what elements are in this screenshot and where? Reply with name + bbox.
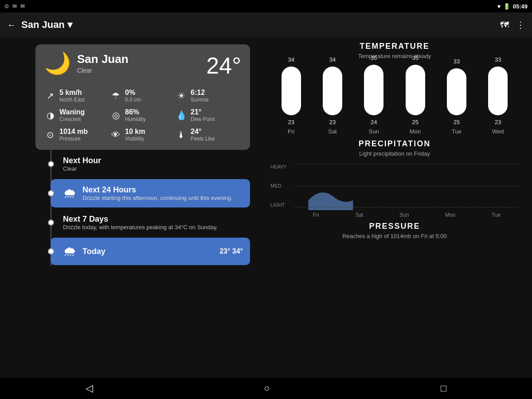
pressure-section: PRESSURE Reaches a high of 1014mb on Fri… (270, 222, 519, 239)
city-title[interactable]: San Juan ▾ (21, 19, 72, 31)
stat-feelslike: 🌡 24° Feels Like (176, 128, 241, 142)
moon-icon: 🌙 (44, 53, 71, 74)
wind-icon: ↗ (44, 90, 56, 101)
dew-icon: 💧 (176, 110, 187, 121)
top-bar: ← San Juan ▾ 🗺 ⋮ (0, 12, 532, 37)
today-cloud-icon: 🌧 (63, 244, 76, 259)
temp-section-title: TEMPERATURE (270, 42, 519, 51)
temp-col-fri: 34 23 Fri (282, 56, 301, 135)
bottom-nav: ◁ ○ □ (0, 378, 532, 399)
icon2: ✉ (12, 3, 17, 9)
map-icon[interactable]: 🗺 (500, 20, 509, 30)
feelslike-icon: 🌡 (176, 130, 187, 140)
left-panel: 🌙 San Juan Clear 24° ↗ 5 km/h North East (0, 37, 257, 378)
main-content: 🌙 San Juan Clear 24° ↗ 5 km/h North East (0, 37, 532, 378)
precip-chart-area: HEAVY MED LIGHT (270, 161, 519, 210)
stat-visibility: 👁 10 km Visibility (110, 128, 176, 142)
temp-col-tue: 33 25 Tue (447, 58, 466, 135)
timeline-today[interactable]: 🌧 Today 23° 34° (51, 238, 250, 265)
rain-icon: ☂ (110, 90, 121, 101)
top-bar-right: 🗺 ⋮ (500, 20, 525, 30)
pressure-title: PRESSURE (270, 222, 519, 231)
city-name: San Juan (21, 19, 65, 31)
next-24-cloud-icon: 🌧 (63, 186, 76, 201)
timeline-next-7[interactable]: Next 7 Days Drizzle today, with temperat… (51, 208, 250, 237)
temp-col-sat: 34 23 Sat (323, 56, 342, 135)
next-hour-title: Next Hour (63, 156, 101, 165)
more-icon[interactable]: ⋮ (516, 20, 525, 30)
moon-phase-icon: ◑ (44, 110, 56, 121)
clock: 05:49 (513, 3, 528, 10)
icon1: ⊙ (4, 3, 9, 9)
next-7-title: Next 7 Days (63, 215, 218, 224)
status-bar: ⊙ ✉ ✉ ▾ 🔋 05:49 (0, 0, 532, 12)
temp-col-mon: 35 25 Mon (406, 55, 425, 135)
temp-col-wed: 33 23 Wed (488, 56, 508, 135)
temp-col-sun: 35 24 Sun (364, 55, 383, 135)
next-24-title: Next 24 Hours (82, 185, 233, 195)
status-icons: ⊙ ✉ ✉ (4, 3, 25, 9)
stat-wind: ↗ 5 km/h North East (44, 89, 110, 103)
stat-dew: 💧 21° Dew Point (176, 108, 241, 122)
precip-x-labels: Fri Sat Sun Mon Tue (295, 212, 519, 218)
card-city-name: San Juan (77, 52, 129, 66)
temp-chart: 34 23 Fri 34 23 Sat 35 24 Sun (270, 64, 519, 135)
card-condition: Clear (77, 67, 129, 74)
timeline-next-24[interactable]: 🌧 Next 24 Hours Drizzle starting this af… (51, 179, 250, 207)
dropdown-icon: ▾ (67, 19, 72, 31)
card-temperature: 24° (206, 52, 241, 79)
right-panel: TEMPERATURE Temperature remains steady 3… (257, 37, 532, 378)
wifi-icon: ▾ (497, 3, 501, 10)
visibility-icon: 👁 (110, 130, 121, 140)
precip-day-fri: Fri (313, 212, 319, 218)
precip-title: PRECIPITATION (270, 139, 519, 149)
nav-home-button[interactable]: ○ (264, 383, 270, 394)
pressure-subtitle: Reaches a high of 1014mb on Fri at 5:00 (270, 233, 519, 239)
stat-pressure: ⊙ 1014 mb Pressure (44, 128, 110, 142)
next-hour-desc: Clear (63, 165, 101, 172)
precip-day-tue: Tue (492, 212, 501, 218)
next-7-desc: Drizzle today, with temperatures peaking… (63, 224, 218, 231)
sunrise-icon: ☀ (176, 90, 187, 101)
temperature-section: TEMPERATURE Temperature remains steady 3… (270, 42, 519, 135)
pressure-icon: ⊙ (44, 129, 56, 140)
today-title: Today (82, 247, 106, 256)
weather-card: 🌙 San Juan Clear 24° ↗ 5 km/h North East (35, 44, 250, 150)
icon3: ✉ (20, 3, 25, 9)
back-button[interactable]: ← (7, 20, 16, 30)
humidity-icon: ◎ (110, 110, 121, 121)
stat-sunrise: ☀ 6:12 Sunrise (176, 89, 241, 103)
timeline: Next Hour Clear 🌧 Next 24 Hours Drizzle … (51, 150, 250, 266)
nav-recents-button[interactable]: □ (441, 383, 446, 394)
status-right: ▾ 🔋 05:49 (497, 3, 528, 10)
stat-rain: ☂ 0% 0.0 cm (110, 89, 176, 103)
weather-stats: ↗ 5 km/h North East ☂ 0% 0.0 cm ☀ (44, 86, 241, 142)
precip-subtitle: Light precipitation on Friday (270, 150, 519, 157)
precip-label-light: LIGHT (270, 202, 286, 207)
top-bar-left: ← San Juan ▾ (7, 19, 72, 31)
today-temps: 23° 34° (219, 247, 243, 255)
stat-moon: ◑ Waning Crescent (44, 108, 110, 122)
nav-back-button[interactable]: ◁ (86, 383, 93, 394)
city-info: 🌙 San Juan Clear (44, 52, 129, 74)
precip-day-mon: Mon (445, 212, 455, 218)
next-24-desc: Drizzle starting this afternoon, continu… (82, 195, 233, 201)
timeline-next-hour[interactable]: Next Hour Clear (51, 150, 250, 178)
battery-icon: 🔋 (503, 3, 510, 10)
temp-subtitle: Temperature remains steady (270, 53, 519, 59)
stat-humidity: ◎ 86% Humidity (110, 108, 176, 122)
precip-label-med: MED (270, 183, 286, 188)
precip-label-heavy: HEAVY (270, 164, 286, 169)
precip-day-sun: Sun (399, 212, 409, 218)
precipitation-section: PRECIPITATION Light precipitation on Fri… (270, 139, 519, 218)
precip-day-sat: Sat (355, 212, 363, 218)
